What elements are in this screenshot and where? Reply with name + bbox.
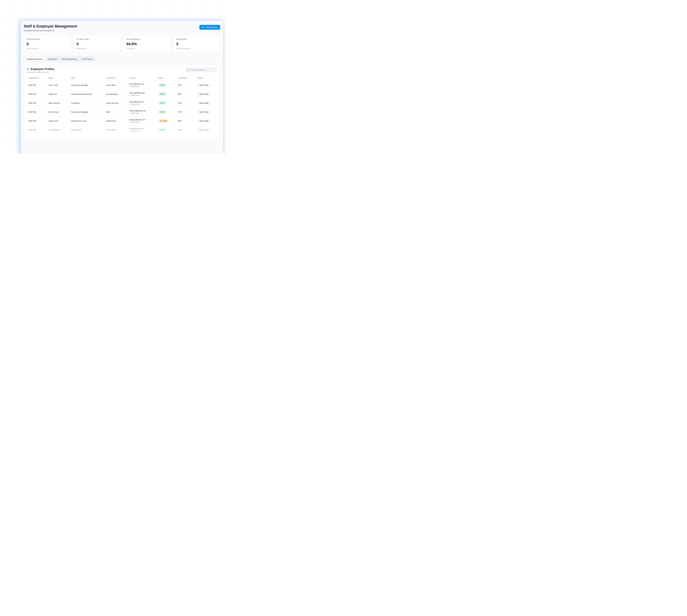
status-badge: On Leave	[158, 119, 169, 123]
stat-value: 5	[76, 42, 117, 46]
search-input[interactable]	[190, 69, 215, 71]
role-cell: Housekeeping Supervisor	[70, 93, 105, 95]
role-cell: Maintenance Lead	[70, 120, 105, 122]
view-profile-button[interactable]: View Profile	[197, 128, 210, 132]
section-title-block: Employee Profiles Complete employee dire…	[27, 67, 54, 73]
department-cell: Engineering	[105, 120, 128, 122]
actions-cell: View Profile	[196, 83, 217, 87]
status-cell: Active	[157, 110, 176, 114]
stat-caption: Active departments	[176, 48, 217, 50]
status-cell: Active	[157, 128, 176, 132]
stat-caption: This month	[127, 48, 167, 50]
col-name: Name	[47, 77, 69, 81]
col-status: Status	[157, 77, 176, 81]
attendance-cell: 98%	[176, 93, 196, 95]
status-cell: Active	[157, 83, 176, 87]
tab-bar: Employee Directory Attendance Task Assig…	[24, 57, 95, 62]
contact-phone: +1 555-0105	[129, 121, 155, 123]
stat-value: 94.8%	[127, 42, 167, 46]
actions-cell: View Profile	[196, 92, 217, 96]
stat-label: Departments	[176, 38, 217, 40]
search-box	[185, 67, 217, 72]
tab-employee-directory[interactable]: Employee Directory	[24, 57, 45, 61]
col-actions: Actions	[196, 77, 217, 81]
employee-table: Employee ID Name Role Department Contact…	[27, 77, 217, 134]
department-cell: Front Office	[105, 129, 128, 131]
add-employee-label: Add Employee	[205, 26, 217, 28]
employee-id-cell: EMP-001	[27, 84, 47, 86]
col-employee-id: Employee ID	[27, 77, 47, 81]
col-contact: Contact	[128, 77, 156, 81]
contact-cell: emma.d@hotel.com +1 555-0104	[128, 110, 156, 114]
contact-phone: +1 555-0106	[129, 130, 155, 132]
view-profile-button[interactable]: View Profile	[197, 110, 210, 114]
attendance-cell: 92%	[176, 102, 196, 104]
name-cell: Emma Davis	[47, 111, 69, 113]
name-cell: Sarah Lee	[47, 93, 69, 95]
view-profile-button[interactable]: View Profile	[197, 119, 210, 123]
contact-email: john.s@hotel.com	[129, 83, 155, 85]
status-badge: Active	[158, 110, 166, 114]
table-row: EMP-004 Emma Davis Restaurant Manager F&…	[27, 107, 217, 116]
status-cell: On Leave	[157, 119, 176, 123]
view-profile-button[interactable]: View Profile	[197, 92, 210, 96]
search-icon	[187, 69, 189, 71]
role-cell: Receptionist	[70, 129, 105, 131]
tab-task-assignments[interactable]: Task Assignments	[60, 57, 79, 61]
name-cell: David Chen	[47, 120, 69, 122]
contact-phone: +1 555-0103	[129, 103, 155, 105]
name-cell: John Smith	[47, 84, 69, 86]
add-employee-button[interactable]: Add Employee	[199, 25, 220, 30]
table-row: EMP-005 David Chen Maintenance Lead Engi…	[27, 116, 217, 125]
contact-email: emma.d@hotel.com	[129, 110, 155, 112]
actions-cell: View Profile	[196, 101, 217, 105]
attendance-cell: 97%	[176, 111, 196, 113]
title-block: Staff & Employee Management Employee rec…	[24, 24, 77, 31]
contact-email: lisa.a@hotel.com	[129, 128, 155, 130]
status-badge: Active	[158, 128, 166, 132]
status-cell: Active	[157, 101, 176, 105]
tab-performance[interactable]: Performance	[79, 57, 95, 61]
employee-id-cell: EMP-003	[27, 102, 47, 104]
role-cell: Front Desk Manager	[70, 84, 105, 86]
employee-profiles-header: Employee Profiles Complete employee dire…	[27, 67, 217, 73]
table-row: EMP-002 Sarah Lee Housekeeping Superviso…	[27, 89, 217, 98]
employee-id-cell: EMP-006	[27, 129, 47, 131]
stat-label: Total Employees	[27, 38, 67, 40]
department-cell: Guest Services	[105, 102, 128, 104]
tab-attendance[interactable]: Attendance	[45, 57, 59, 61]
table-row: EMP-006 Lisa Anderson Receptionist Front…	[27, 125, 217, 134]
col-role: Role	[70, 77, 105, 81]
department-cell: Housekeeping	[105, 93, 128, 95]
contact-cell: john.s@hotel.com +1 555-0101	[128, 83, 156, 87]
employee-id-cell: EMP-005	[27, 120, 47, 122]
view-profile-button[interactable]: View Profile	[197, 83, 210, 87]
role-cell: Concierge	[70, 102, 105, 104]
status-cell: Active	[157, 92, 176, 96]
stat-value: 5	[176, 42, 217, 46]
actions-cell: View Profile	[196, 128, 217, 132]
table-body: EMP-001 John Smith Front Desk Manager Fr…	[27, 81, 217, 134]
status-badge: Active	[158, 101, 166, 105]
employee-id-cell: EMP-004	[27, 111, 47, 113]
contact-cell: lisa.a@hotel.com +1 555-0106	[128, 128, 156, 132]
stat-card-total-employees: Total Employees 6 Active workforce	[24, 35, 70, 52]
users-icon	[27, 68, 29, 70]
contact-email: david.c@hotel.com	[129, 119, 155, 121]
table-row: EMP-001 John Smith Front Desk Manager Fr…	[27, 81, 217, 89]
actions-cell: View Profile	[196, 110, 217, 114]
contact-phone: +1 555-0101	[129, 85, 155, 87]
status-badge: Active	[158, 92, 166, 96]
department-cell: Front Office	[105, 84, 128, 86]
stat-card-departments: Departments 5 Active departments	[173, 35, 220, 52]
contact-cell: david.c@hotel.com +1 555-0105	[128, 119, 156, 123]
contact-phone: +1 555-0104	[129, 112, 155, 114]
view-profile-button[interactable]: View Profile	[197, 101, 210, 105]
user-plus-icon	[202, 26, 204, 28]
section-subtitle: Complete employee directory	[27, 71, 54, 73]
attendance-cell: 89%	[176, 120, 196, 122]
table-row: EMP-003 Mike Johnson Concierge Guest Ser…	[27, 98, 217, 107]
stat-label: Avg. Attendance	[127, 38, 167, 40]
attendance-cell: 95%	[176, 84, 196, 86]
col-attendance: Attendance	[176, 77, 196, 81]
